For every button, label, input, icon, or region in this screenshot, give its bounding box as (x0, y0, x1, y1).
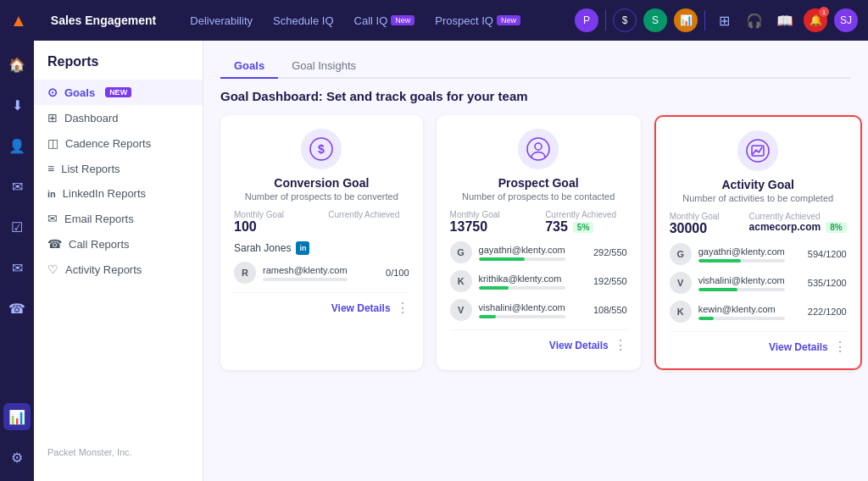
nav-headset-icon[interactable]: 🎧 (743, 8, 766, 32)
sidebar-item-list[interactable]: ≡ List Reports (34, 156, 203, 181)
nav-prospectiq[interactable]: Prospect IQ New (435, 14, 520, 27)
rep-avatar: V (450, 299, 472, 321)
linkedin-filter-icon[interactable]: in (296, 241, 309, 255)
prospect-more-icon[interactable]: ⋮ (614, 337, 627, 353)
rep-email: vishalini@klenty.com (698, 275, 785, 285)
avatar[interactable]: SJ (834, 8, 858, 32)
prospect-achieved-label: Currently Achieved (545, 210, 627, 219)
rep-progress-bar-wrap (479, 257, 565, 261)
conversion-more-icon[interactable]: ⋮ (396, 300, 409, 316)
iconbar-send[interactable]: ✉ (3, 173, 31, 200)
nav-icon-chart[interactable]: 📊 (674, 8, 698, 32)
rep-avatar: K (670, 301, 692, 323)
rep-progress-fill (479, 286, 509, 290)
iconbar-check[interactable]: ☑ (3, 213, 31, 240)
rep-progress-bar-wrap (263, 278, 348, 281)
iconbar-analytics[interactable]: 📊 (3, 403, 31, 430)
card-header-conversion: $ Conversion Goal Number of prospects to… (234, 129, 409, 202)
rep-row: K krithika@klenty.com 192/550 (450, 270, 627, 292)
sidebar-item-call[interactable]: ☎ Call Reports (34, 231, 203, 257)
sidebar: Reports ⊙ Goals NEW ⊞ Dashboard ◫ Cadenc… (34, 41, 203, 481)
activity-stats: Monthly Goal 30000 Currently Achieved ac… (670, 212, 847, 236)
call-icon: ☎ (47, 237, 62, 251)
rep-progress-bar-wrap (698, 288, 785, 291)
activity-achieved-value: acmecorp.com (749, 221, 821, 233)
activity-more-icon[interactable]: ⋮ (833, 339, 847, 355)
tab-goal-insights[interactable]: Goal Insights (278, 54, 370, 79)
filter-name-conversion: Sarah Jones (234, 242, 291, 254)
svg-point-2 (527, 138, 549, 160)
conversion-reps: R ramesh@klenty.com 0/100 (234, 262, 409, 284)
rep-progress-bar-wrap (479, 315, 565, 318)
sidebar-item-goals[interactable]: ⊙ Goals NEW (34, 80, 203, 105)
calliq-badge: New (391, 15, 415, 25)
nav-icon-s[interactable]: S (643, 8, 667, 32)
prospect-monthly: Monthly Goal 13750 (450, 210, 532, 235)
rep-avatar: G (450, 241, 472, 263)
rep-progress-bar-wrap (698, 259, 785, 263)
activity-achieved-label: Currently Achieved (749, 212, 847, 221)
iconbar-settings[interactable]: ⚙ (3, 444, 31, 471)
activity-view-details[interactable]: View Details (769, 341, 828, 353)
nav-scheduleiq[interactable]: Schedule IQ (273, 14, 334, 27)
page-title: Goal Dashboard: Set and track goals for … (220, 89, 851, 103)
activity-subtitle: Number of activities to be completed (682, 193, 833, 203)
tab-goals[interactable]: Goals (220, 54, 278, 79)
nav-icon-p[interactable]: P (575, 8, 598, 32)
nav-right: P $ S 📊 ⊞ 🎧 📖 🔔 1 SJ (575, 8, 858, 32)
linkedin-icon: in (47, 189, 56, 199)
nav-deliverability[interactable]: Deliverability (190, 14, 253, 27)
activity-achieved: Currently Achieved acmecorp.com 8% (749, 212, 847, 236)
prospect-achieved: Currently Achieved 735 5% (545, 210, 627, 235)
activity-monthly-value: 30000 (670, 221, 736, 236)
iconbar-phone[interactable]: ☎ (3, 295, 31, 322)
activity-title: Activity Goal (721, 178, 794, 191)
prospect-view-details[interactable]: View Details (549, 340, 609, 351)
conversion-achieved-label: Currently Achieved (328, 210, 409, 219)
conversion-stats: Monthly Goal 100 Currently Achieved (234, 210, 409, 235)
nav-icon-dollar[interactable]: $ (613, 8, 637, 32)
sidebar-item-linkedin[interactable]: in LinkedIn Reports (34, 181, 203, 206)
cards-grid: $ Conversion Goal Number of prospects to… (220, 115, 851, 370)
conversion-monthly-value: 100 (234, 219, 314, 235)
rep-info: vishalini@klenty.com (698, 275, 785, 291)
activity-icon: ♡ (47, 263, 58, 276)
nav-grid-icon[interactable]: ⊞ (712, 8, 736, 32)
conversion-filter: Sarah Jones in (234, 241, 409, 255)
activity-goal-card: Activity Goal Number of activities to be… (654, 115, 862, 370)
conversion-monthly: Monthly Goal 100 (234, 210, 314, 235)
rep-progress-fill (479, 315, 496, 318)
iconbar-person[interactable]: 👤 (3, 132, 31, 159)
logo-icon: ▲ (10, 11, 27, 30)
rep-count: 594/1200 (792, 249, 847, 259)
conversion-monthly-label: Monthly Goal (234, 210, 314, 219)
icon-bar: 🏠 ⬇ 👤 ✉ ☑ ✉ ☎ 📊 ⚙ (0, 41, 34, 481)
brand-name: Sales Engagement (51, 14, 157, 27)
goals-new-badge: NEW (105, 87, 131, 97)
sidebar-item-activity[interactable]: ♡ Activity Reports (34, 257, 203, 282)
prospectiq-badge: New (497, 15, 520, 25)
rep-count: 192/550 (572, 276, 627, 286)
rep-avatar: V (670, 272, 692, 294)
conversion-title: Conversion Goal (274, 176, 369, 190)
nav-book-icon[interactable]: 📖 (773, 8, 797, 32)
sidebar-item-email[interactable]: ✉ Email Reports (34, 206, 203, 231)
rep-avatar: R (234, 262, 256, 284)
card-header-activity: Activity Goal Number of activities to be… (670, 130, 847, 203)
svg-text:$: $ (318, 142, 325, 156)
nav-notifications[interactable]: 🔔 1 (804, 8, 827, 32)
rep-info: ramesh@klenty.com (263, 265, 348, 281)
nav-calliq[interactable]: Call IQ New (354, 14, 415, 27)
iconbar-home[interactable]: 🏠 (3, 51, 31, 78)
activity-card-icon (737, 130, 778, 171)
prospect-icon (518, 129, 559, 169)
cadence-icon: ◫ (47, 136, 58, 150)
sidebar-item-dashboard[interactable]: ⊞ Dashboard (34, 105, 203, 130)
conversion-view-details[interactable]: View Details (331, 302, 391, 314)
iconbar-download[interactable]: ⬇ (3, 91, 31, 119)
sidebar-item-cadence[interactable]: ◫ Cadence Reports (34, 130, 203, 156)
conversion-goal-card: $ Conversion Goal Number of prospects to… (220, 115, 423, 370)
rep-info: krithika@klenty.com (479, 274, 565, 290)
iconbar-mail[interactable]: ✉ (3, 254, 31, 281)
rep-row: V vishalini@klenty.com 108/550 (450, 299, 627, 321)
